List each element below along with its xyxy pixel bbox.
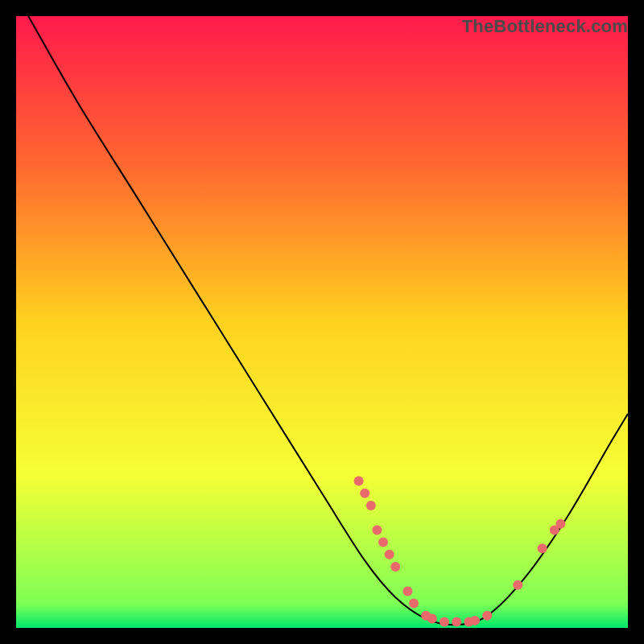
data-point — [402, 586, 412, 596]
chart-frame: TheBottleneck.com — [16, 16, 628, 628]
data-point — [385, 550, 394, 559]
data-point — [409, 599, 419, 609]
data-point — [470, 616, 480, 625]
data-point — [378, 538, 388, 547]
data-point — [440, 617, 449, 626]
data-point — [360, 489, 369, 498]
data-point — [427, 614, 437, 624]
data-point — [372, 525, 382, 535]
bottleneck-chart — [16, 16, 628, 628]
data-point — [452, 617, 461, 626]
data-point — [513, 580, 522, 590]
chart-background — [16, 16, 628, 628]
data-point — [482, 611, 492, 621]
data-point — [555, 519, 565, 529]
watermark-text: TheBottleneck.com — [462, 16, 628, 37]
data-point — [538, 543, 547, 553]
data-point — [390, 562, 400, 572]
data-point — [354, 477, 364, 486]
data-point — [366, 501, 376, 510]
